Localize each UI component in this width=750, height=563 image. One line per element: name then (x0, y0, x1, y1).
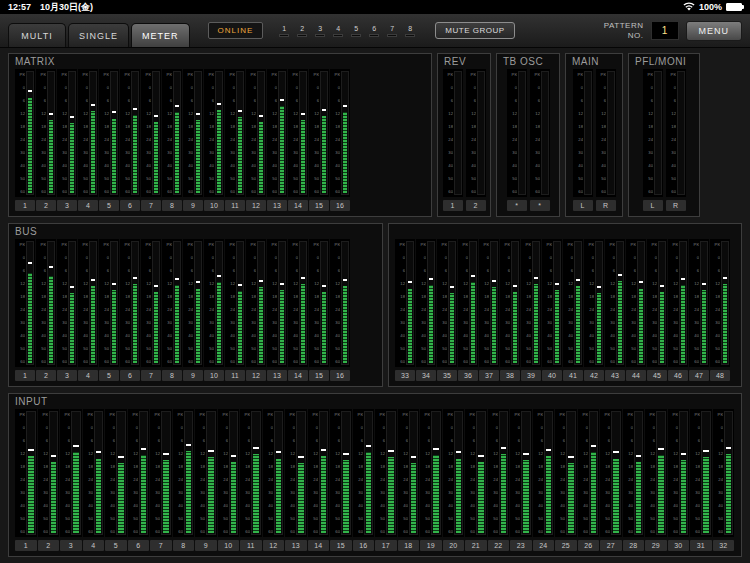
meter-channel-label: * (507, 200, 527, 211)
meter-scale: PK0612182430405060 (667, 71, 676, 195)
tab-meter[interactable]: METER (131, 23, 190, 47)
meter-body: PK0612182430405060 (15, 409, 37, 537)
meter-scale: PK0612182430405060 (309, 411, 318, 535)
tab-single[interactable]: SINGLE (68, 23, 129, 47)
meter-scale: PK0612182430405060 (79, 241, 88, 365)
tab-multi[interactable]: MULTI (8, 23, 66, 47)
meter-peak (301, 113, 305, 115)
meter-track (654, 71, 662, 195)
meter-track (566, 411, 576, 535)
meter-body: PK0612182430405060 (443, 69, 463, 197)
meter-track (364, 411, 374, 535)
meter-channel-label: 14 (288, 370, 308, 381)
meter-app: 12:57 10月30日(金) 100% MULTI SINGLE METER … (0, 0, 750, 563)
meter-scale: PK0612182430405060 (16, 71, 25, 195)
meter-body: PK0612182430405060 (240, 409, 262, 537)
meter-peak (433, 448, 439, 450)
meter-body: PK0612182430405060 (330, 69, 350, 197)
meter-input-28: PK061218243040506028 (623, 409, 645, 551)
channel-led (297, 34, 307, 37)
meter-scale: PK0612182430405060 (714, 411, 723, 535)
meter-bus-1: PK06121824304050601 (15, 239, 35, 381)
meter-track (574, 241, 582, 365)
meter-channel-label: 14 (308, 540, 330, 551)
meter-matrix-8: PK06121824304050608 (162, 69, 182, 211)
meter-bus2-34: PK061218243040506034 (416, 239, 436, 381)
meter-channel-label: 9 (183, 370, 203, 381)
meter-track (595, 241, 603, 365)
meter-bus2-44: PK061218243040506044 (626, 239, 646, 381)
meter-fill (597, 293, 601, 363)
meter-peak (73, 445, 79, 447)
meter-main-R: PK0612182430405060R (596, 69, 616, 211)
meter-bus-16: PK061218243040506016 (330, 239, 350, 381)
meter-channel-label: 41 (563, 370, 583, 381)
meter-fill (478, 462, 484, 533)
menu-button[interactable]: MENU (686, 21, 743, 41)
meter-bus-14: PK061218243040506014 (288, 239, 308, 381)
meter-fill (175, 285, 179, 363)
meter-bus-3: PK06121824304050603 (57, 239, 77, 381)
meter-input-15: PK061218243040506015 (330, 409, 352, 551)
meter-channel-label: 15 (309, 200, 329, 211)
meter-track (656, 411, 666, 535)
online-indicator[interactable]: ONLINE (208, 22, 264, 39)
meter-scale: PK0612182430405060 (268, 241, 277, 365)
meter-matrix-15: PK061218243040506015 (309, 69, 329, 211)
meter-input-1: PK06121824304050601 (15, 409, 37, 551)
meter-peak (231, 455, 237, 457)
meter-body: PK0612182430405060 (15, 69, 35, 197)
meter-track (499, 411, 509, 535)
meter-fill (366, 452, 372, 533)
meter-scale: PK0612182430405060 (508, 71, 517, 195)
meter-track (257, 241, 265, 365)
meter-row-bus2: PK061218243040506033PK061218243040506034… (395, 239, 735, 381)
meter-body: PK0612182430405060 (353, 409, 375, 537)
meter-scale: PK0612182430405060 (466, 411, 475, 535)
meter-body: PK0612182430405060 (689, 239, 709, 367)
meter-channel-label: * (530, 200, 550, 211)
bus-33-48-panel: PK061218243040506033PK061218243040506034… (388, 223, 742, 387)
meter-scale: PK0612182430405060 (39, 411, 48, 535)
meter-peak (408, 281, 412, 283)
meter-scale: PK0612182430405060 (489, 411, 498, 535)
meter-peak (618, 274, 622, 276)
meter-scale: PK0612182430405060 (543, 241, 552, 365)
meter-input-16: PK061218243040506016 (353, 409, 375, 551)
meter-track (490, 241, 498, 365)
meter-fill (96, 459, 102, 533)
pattern-number-box[interactable]: 1 (651, 21, 679, 40)
meter-body: PK0612182430405060 (141, 69, 161, 197)
meter-channel-label: 6 (120, 370, 140, 381)
tb-osc-panel: TB OSCPK0612182430405060*PK0612182430405… (496, 53, 560, 217)
mute-group-button[interactable]: MUTE GROUP (435, 22, 514, 39)
meter-body: PK0612182430405060 (507, 69, 527, 197)
channel-number: 2 (300, 25, 304, 32)
meter-fill (681, 460, 687, 533)
meter-channel-label: 5 (99, 370, 119, 381)
meter-peak (681, 453, 687, 455)
meter-bus2-40: PK061218243040506040 (542, 239, 562, 381)
meter-peak (546, 449, 552, 451)
meter-body: PK0612182430405060 (458, 239, 478, 367)
meter-track (139, 411, 149, 535)
meter-fill (343, 460, 349, 533)
meter-track (679, 241, 687, 365)
meter-fill (618, 281, 622, 363)
channel-number: 5 (354, 25, 358, 32)
meter-peak (154, 285, 158, 287)
meter-tbosc-*: PK0612182430405060* (507, 69, 527, 211)
meter-scale: PK0612182430405060 (597, 71, 606, 195)
meter-input-4: PK06121824304050604 (83, 409, 105, 551)
meter-bus2-47: PK061218243040506047 (689, 239, 709, 381)
channel-indicator-3: 3 (315, 25, 325, 37)
meter-track (700, 241, 708, 365)
meter-track (448, 241, 456, 365)
meter-body: PK0612182430405060 (173, 409, 195, 537)
meter-bus-5: PK06121824304050605 (99, 239, 119, 381)
meter-fill (411, 463, 417, 533)
meter-bus-8: PK06121824304050608 (162, 239, 182, 381)
meter-peak (523, 453, 529, 455)
meter-scale: PK0612182430405060 (480, 241, 489, 365)
meter-scale: PK0612182430405060 (268, 71, 277, 195)
